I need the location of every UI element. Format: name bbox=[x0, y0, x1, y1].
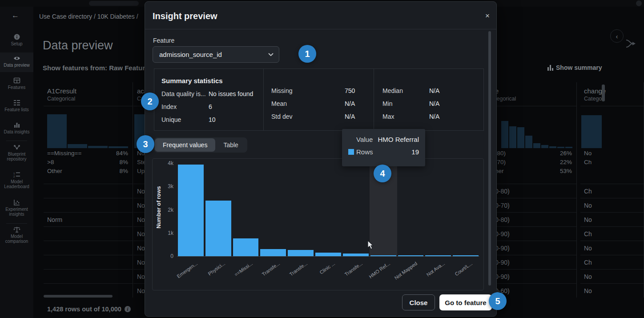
summary-stat-value: N/A bbox=[429, 100, 439, 107]
svg-text:2: 2 bbox=[13, 175, 15, 178]
top-search-pill[interactable] bbox=[89, 1, 139, 6]
summary-stat-label: Std dev bbox=[271, 113, 292, 120]
summary-stat-value: N/A bbox=[345, 113, 355, 120]
table-row: No bbox=[580, 241, 644, 255]
column-name: A1Cresult bbox=[47, 87, 76, 95]
table-row bbox=[44, 241, 133, 255]
sidebar-item-label: Blueprint repository bbox=[0, 151, 33, 161]
modal-title: Insight preview bbox=[153, 11, 217, 21]
column-stat-row: Other8% bbox=[47, 168, 128, 177]
stat-value: 53% bbox=[560, 168, 572, 174]
mini-histogram-bar bbox=[88, 146, 108, 148]
back-button[interactable]: ← bbox=[0, 7, 33, 27]
chart-bar[interactable] bbox=[178, 165, 204, 256]
tooltip-series-swatch bbox=[348, 149, 354, 155]
stat-label: Up bbox=[137, 168, 145, 174]
table-row: No bbox=[580, 283, 644, 298]
summary-stat-label: Missing bbox=[271, 87, 292, 94]
column-type: tegorical bbox=[495, 96, 516, 102]
summary-stat-value: N/A bbox=[429, 87, 439, 94]
annotation-badge-2: 2 bbox=[141, 93, 159, 110]
y-tick-label: 4k bbox=[156, 160, 173, 166]
sidebar-item-label: Feature lists bbox=[0, 106, 33, 112]
table-row: 0-80) bbox=[491, 212, 576, 226]
mini-histogram-bar bbox=[541, 145, 548, 148]
annotation-badge-5: 5 bbox=[489, 292, 507, 310]
summary-stat-label: Max bbox=[382, 113, 394, 120]
show-summary-button[interactable]: Show summary bbox=[547, 64, 602, 71]
sidebar-item-feature-lists[interactable]: Feature lists bbox=[0, 97, 33, 117]
x-axis-line bbox=[177, 256, 479, 257]
close-button[interactable]: Close bbox=[402, 294, 435, 310]
tooltip-rows-label: Rows bbox=[356, 148, 373, 156]
sidebar-item-blueprint-repository[interactable]: Blueprint repository bbox=[0, 141, 33, 166]
vertical-scrollbar[interactable] bbox=[602, 85, 605, 101]
tab-table[interactable]: Table bbox=[215, 138, 246, 152]
table-row: 0-90) bbox=[491, 241, 576, 255]
tooltip-rows-value: 19 bbox=[411, 148, 419, 156]
annotation-badge-4: 4 bbox=[374, 165, 391, 182]
summary-stat-value: 6 bbox=[209, 103, 212, 110]
svg-text:1: 1 bbox=[13, 172, 15, 175]
table-row bbox=[44, 184, 133, 198]
sidebar-item-setup[interactable]: Setup bbox=[0, 31, 33, 51]
chart-bar[interactable] bbox=[233, 238, 259, 256]
modal-scrollbar[interactable] bbox=[488, 31, 491, 286]
rows-count-label: 1,428 rows out of 10,000 bbox=[47, 306, 121, 313]
summary-stat-label: Unique bbox=[161, 116, 181, 123]
table-row: Ch bbox=[580, 184, 644, 198]
sidebar-item-features[interactable]: Features bbox=[0, 75, 33, 94]
back-arrow-icon: ← bbox=[12, 11, 19, 20]
table-column-col1: A1CresultCategorical==Missing==84%>88%Ot… bbox=[44, 82, 133, 298]
mini-histogram-bar bbox=[533, 143, 540, 148]
mini-histogram-bar bbox=[525, 136, 532, 148]
mini-histogram-bar bbox=[517, 127, 524, 148]
eye-icon bbox=[13, 55, 20, 62]
features-from-label[interactable]: Show features from: Raw Feature bbox=[43, 64, 149, 72]
chart-bar[interactable] bbox=[205, 201, 231, 256]
table-row: 0-90) bbox=[491, 269, 576, 283]
column-header-divider bbox=[491, 106, 576, 106]
merge-branch-icon[interactable] bbox=[625, 39, 637, 48]
summary-stat-row: MinN/A bbox=[382, 100, 485, 107]
feature-select[interactable]: admission_source_id bbox=[153, 46, 279, 63]
horizontal-scrollbar[interactable] bbox=[44, 295, 113, 298]
chart-bar[interactable] bbox=[288, 250, 314, 256]
summary-stat-row: Index6 bbox=[161, 103, 264, 110]
sidebar-item-data-insights[interactable]: Data insights bbox=[0, 119, 33, 139]
breadcrumb[interactable]: Use Case directory / 10K Diabetes / bbox=[39, 13, 138, 20]
table-row: 0-70) bbox=[491, 198, 576, 212]
sidebar-item-model-comparison[interactable]: Model comparison bbox=[0, 224, 33, 249]
table-row: Ch bbox=[580, 226, 644, 241]
feature-select-value: admission_source_id bbox=[159, 51, 268, 58]
branch-icon bbox=[13, 144, 20, 151]
chart-bar[interactable] bbox=[260, 249, 286, 256]
sidebar-item-data-preview[interactable]: Data preview bbox=[0, 52, 33, 72]
sidebar-item-label: Model comparison bbox=[0, 233, 33, 244]
tooltip-value: HMO Referral bbox=[378, 136, 419, 143]
table-row: 0-90) bbox=[491, 226, 576, 241]
collapse-panel-button[interactable]: ‹ bbox=[610, 29, 624, 43]
chevron-down-icon bbox=[268, 53, 274, 56]
modal-header-divider bbox=[145, 29, 496, 29]
info-icon[interactable]: i bbox=[125, 306, 131, 312]
column-stat-row: Ch bbox=[584, 159, 639, 168]
summary-bars-icon bbox=[547, 65, 553, 71]
table-row bbox=[44, 255, 133, 269]
column-stat-row: her53% bbox=[495, 168, 572, 177]
info-icon bbox=[13, 33, 20, 40]
chart-bar[interactable] bbox=[315, 253, 341, 256]
avatar[interactable] bbox=[636, 0, 642, 6]
mini-histogram-bar bbox=[565, 147, 572, 148]
sidebar-item-model-leaderboard[interactable]: 12Model Leaderboard bbox=[0, 169, 33, 194]
stat-label: ==Missing== bbox=[47, 150, 81, 157]
tab-frequent-values[interactable]: Frequent values bbox=[155, 138, 215, 152]
sidebar-item-label: Data preview bbox=[0, 62, 33, 68]
go-to-feature-button[interactable]: Go to feature bbox=[439, 294, 492, 310]
column-stat-row: -70)22% bbox=[495, 159, 572, 168]
sidebar-item-label: Experiment insights bbox=[0, 206, 33, 217]
close-icon[interactable]: × bbox=[482, 11, 493, 21]
sidebar-item-experiment-insights[interactable]: Experiment insights bbox=[0, 197, 33, 221]
mini-histogram-bar bbox=[557, 147, 564, 148]
ranked-list-icon: 12 bbox=[13, 171, 20, 178]
